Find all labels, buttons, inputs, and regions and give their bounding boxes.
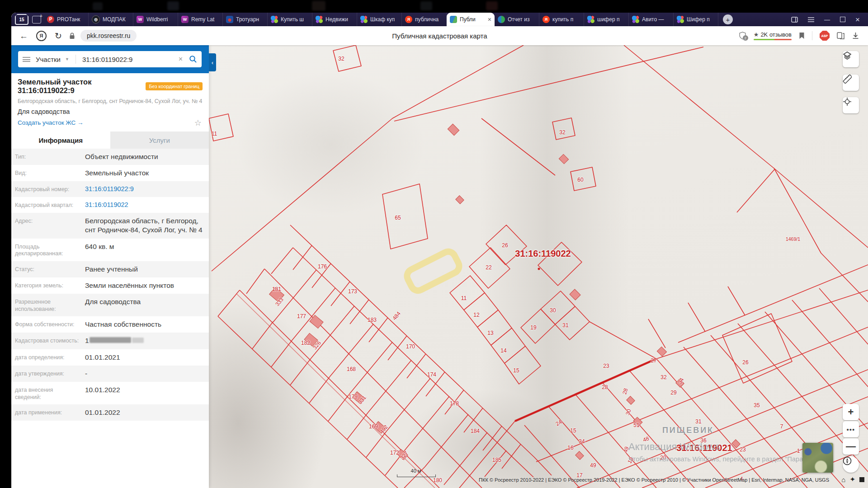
create-parcel-link[interactable]: Создать участок ЖС → <box>18 119 203 126</box>
search-icon[interactable] <box>189 55 197 63</box>
browser-tab[interactable]: Япублична <box>402 13 447 26</box>
downloads-icon[interactable] <box>852 32 859 39</box>
pkk-favicon <box>450 16 457 23</box>
tab-title: Шкаф куп <box>370 16 398 23</box>
locate-icon[interactable]: ✦ <box>849 475 855 483</box>
lock-icon[interactable] <box>69 33 75 39</box>
row-value: Земли населённых пунктов <box>85 281 174 290</box>
minimize-icon[interactable]: — <box>824 17 830 23</box>
search-category-select[interactable]: Участки <box>36 56 61 63</box>
browser-tab[interactable]: WWildberri <box>133 13 178 26</box>
bookmark-icon[interactable] <box>799 32 805 39</box>
cadastral-link[interactable]: 31:16:0119022 <box>85 201 128 209</box>
browser-tab[interactable]: Недвижи <box>312 13 357 26</box>
tab-strip: 15 РPROТанк⊕МОДПАКWWildberriWRemy LatТро… <box>11 13 868 26</box>
back-button[interactable]: ← <box>19 32 28 40</box>
adblock-icon[interactable]: ABP <box>820 31 830 41</box>
refresh-button[interactable]: ↻ <box>55 32 62 40</box>
menu-icon[interactable] <box>808 17 814 22</box>
row-value: 640 кв. м <box>85 242 114 251</box>
browser-tab[interactable]: ⊕МОДПАК <box>89 13 133 26</box>
tab-information[interactable]: Информация <box>11 131 110 149</box>
tab-services[interactable]: Услуги <box>110 131 209 149</box>
new-tab-button[interactable]: + <box>723 14 733 24</box>
star-icon: ★ <box>754 31 759 38</box>
layers-button[interactable] <box>843 51 859 67</box>
avito-favicon <box>677 16 684 23</box>
favorite-star-icon[interactable]: ☆ <box>194 118 202 128</box>
shield-badge: 2 <box>743 35 748 41</box>
tab-counter-badge[interactable]: 15 <box>15 14 28 25</box>
search-divider <box>75 55 76 64</box>
browser-tab[interactable]: Авито — <box>629 13 674 26</box>
tab-title: Недвижи <box>326 16 354 23</box>
zoom-in-button[interactable]: + <box>843 404 859 420</box>
avito-favicon <box>271 16 278 23</box>
row-label: Разрешенное использование: <box>15 297 79 313</box>
cadastral-map[interactable]: 32113260651469/1262217618133317311177183… <box>209 45 868 488</box>
tab-title: Wildberri <box>146 16 175 23</box>
cadastral-lines <box>209 45 868 488</box>
browser-tab[interactable]: РPROТанк <box>44 13 89 26</box>
row-label: Тип: <box>15 152 79 161</box>
desktop-icon <box>420 1 432 10</box>
info-row: Статус:Ранее учтенный <box>11 261 209 277</box>
info-rows: Тип:Объект недвижимостиВид:Земельный уча… <box>11 149 209 421</box>
row-label: дата утверждения: <box>15 369 79 378</box>
home-icon[interactable]: ⌂ <box>841 476 845 483</box>
maximize-icon[interactable] <box>840 17 845 22</box>
row-value: 1 <box>85 336 144 345</box>
browser-tab[interactable]: WRemy Lat <box>178 13 223 26</box>
search-box[interactable]: Участки ▼ 31:16:0119022:9 × <box>18 51 202 67</box>
page-content: Участки ▼ 31:16:0119022:9 × Земельный уч… <box>11 45 868 488</box>
collections-icon[interactable] <box>837 32 845 39</box>
tab-close-icon[interactable]: × <box>487 16 491 23</box>
yandex-icon[interactable]: Я <box>36 31 47 41</box>
info-row: Адрес:Белгородская область, г Белгород, … <box>11 213 209 238</box>
browser-tab[interactable]: Купить ш <box>268 13 312 26</box>
scale-line <box>397 474 436 477</box>
compass-button[interactable] <box>843 456 859 473</box>
browser-tab[interactable]: Якупить п <box>539 13 584 26</box>
tab-title: купить п <box>552 16 580 23</box>
reviews-widget[interactable]: ★ 2K отзывов <box>754 31 792 40</box>
browser-tab[interactable]: Шифер п <box>674 13 718 26</box>
search-input[interactable]: 31:16:0119022:9 <box>82 56 172 63</box>
collapse-panel-button[interactable]: ‹ <box>209 53 216 71</box>
avito-favicon <box>360 16 368 23</box>
cadastral-link[interactable]: 31:16:0119022:9 <box>85 185 134 193</box>
new-window-icon[interactable] <box>32 16 41 23</box>
more-tools-button[interactable]: ••• <box>843 421 859 437</box>
side-panel-icon[interactable] <box>791 17 798 23</box>
marker-button[interactable] <box>843 97 859 113</box>
browser-tab[interactable]: Тротуарн <box>223 13 268 26</box>
browser-tab[interactable]: Отчет из <box>495 13 539 26</box>
satellite-minimap[interactable] <box>802 443 833 473</box>
info-row: Площадь декларированная:640 кв. м <box>11 239 209 261</box>
url-bar[interactable]: pkk.rosreestr.ru <box>80 30 137 42</box>
row-label: Вид: <box>15 169 79 177</box>
map-attribution: ПКК © Росреестр 2010-2022 | ЕЭКО © Росре… <box>479 477 829 483</box>
protanki-favicon: Р <box>47 16 54 23</box>
row-label: Кадастровый номер: <box>15 185 79 193</box>
browser-tab[interactable]: Публи× <box>447 13 495 26</box>
protect-shield-icon[interactable]: 2 <box>739 32 746 40</box>
browser-tab[interactable]: шифер п <box>584 13 629 26</box>
tab-title: Отчет из <box>508 16 536 23</box>
close-icon[interactable]: × <box>855 16 860 23</box>
desktop-icon <box>312 1 326 11</box>
fullscreen-icon[interactable] <box>859 477 864 482</box>
clear-search-icon[interactable]: × <box>176 55 185 63</box>
selected-parcel-highlight <box>405 249 462 293</box>
menu-hamburger-icon[interactable] <box>23 57 30 62</box>
info-row: Тип:Объект недвижимости <box>11 149 209 165</box>
zoom-out-button[interactable]: — <box>843 438 859 455</box>
avito-favicon <box>316 16 323 23</box>
row-label: Категория земель: <box>15 281 79 290</box>
parcel-info-panel: Участки ▼ 31:16:0119022:9 × Земельный уч… <box>11 45 209 488</box>
tab-title: публична <box>415 16 443 23</box>
tab-title: Публи <box>460 16 484 23</box>
browser-tab[interactable]: Шкаф куп <box>357 13 402 26</box>
row-value: Объект недвижимости <box>85 152 158 161</box>
measure-button[interactable] <box>843 75 859 91</box>
